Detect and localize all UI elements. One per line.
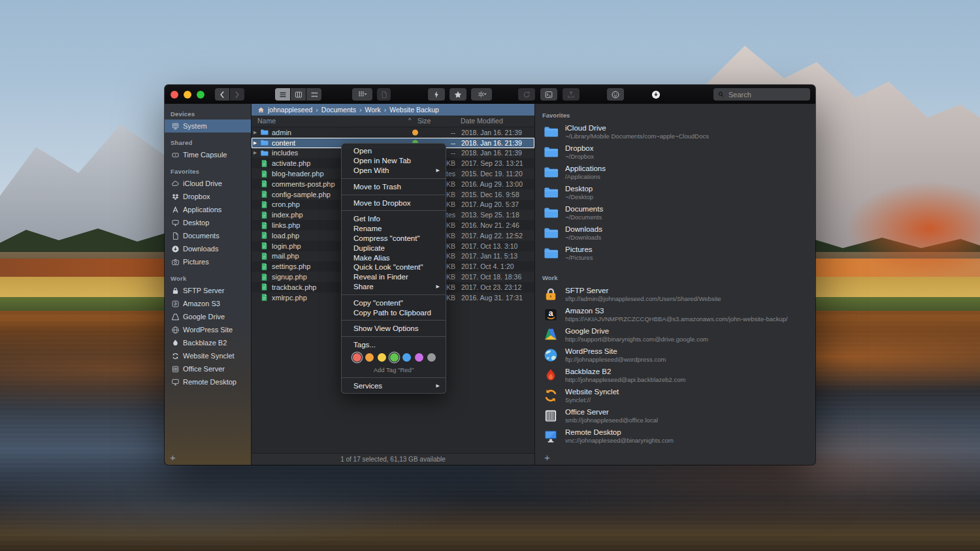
menu-item[interactable]: Reveal in Finder [342,272,446,282]
place-item[interactable]: Dropbox ~/Dropbox [535,142,815,162]
menu-item[interactable]: Get Info [342,214,446,224]
view-list[interactable] [275,88,290,101]
menu-item[interactable]: Show View Options [342,324,446,334]
place-item[interactable]: Documents ~/Documents [535,202,815,223]
menu-item[interactable]: Rename [342,224,446,234]
column-name[interactable]: Name [257,117,276,125]
orange[interactable] [365,353,374,362]
gray[interactable] [427,353,436,362]
menu-item[interactable] [342,294,446,295]
favorites[interactable] [449,88,466,101]
terminal[interactable] [540,88,557,101]
sidebar-item[interactable]: Website Synclet [165,349,251,362]
menu-item[interactable]: Duplicate [342,243,446,253]
place-item[interactable]: Remote Desktop vnc://johnappleseed@binar… [535,426,815,446]
sidebar-item[interactable]: WordPress Site [165,323,251,336]
menu-item[interactable]: Copy Path to Clipboard [342,307,446,317]
view-columns[interactable] [291,88,306,101]
sidebar-item[interactable]: Desktop [165,216,251,229]
upload[interactable] [563,88,580,101]
sidebar-item[interactable]: Pictures [165,255,251,268]
sidebar-item[interactable]: Applications [165,203,251,216]
file-name: login.php [272,242,301,250]
menu-item[interactable] [342,178,446,179]
menu-item[interactable]: Share [342,282,446,292]
file-row[interactable]: admin -- 2018. Jan 16. 21:39 [252,127,534,138]
menu-item[interactable]: Move to Trash [342,181,446,191]
menu-item[interactable]: Open With [342,166,446,176]
sidebar-item[interactable]: System [165,119,251,133]
place-item[interactable]: SFTP Server sftp://admin@johnappleseed.c… [535,284,815,304]
blue[interactable] [402,353,411,362]
sidebar-add-button[interactable]: + [170,452,176,462]
sidebar-item[interactable]: Documents [165,229,251,242]
breadcrumb-part[interactable]: Documents [321,106,365,114]
quick-actions[interactable] [428,88,445,101]
place-item[interactable]: Downloads ~/Downloads [535,223,815,243]
place-item[interactable]: Applications /Applications [535,162,815,182]
minimize[interactable] [184,91,191,99]
menu-item[interactable]: Move to Dropbox [342,198,446,208]
sidebar-item[interactable]: Office Server [165,362,251,375]
place-item[interactable]: Office Server smb://johnappleseed@office… [535,405,815,426]
breadcrumb-part[interactable]: johnappleseed [268,106,321,114]
purple[interactable] [415,353,423,362]
thumbnail-options[interactable] [352,88,372,101]
place-url: smb://johnappleseed@office.local [565,417,658,424]
place-item[interactable]: Desktop ~/Desktop [535,182,815,202]
place-item[interactable]: Pictures ~/Pictures [535,243,815,263]
menu-item[interactable]: Compress "content" [342,234,446,244]
sidebar-item[interactable]: Dropbox [165,190,251,203]
disclosure-triangle-icon[interactable] [253,140,259,146]
forward[interactable] [230,88,244,101]
menu-item[interactable]: Copy "content" [342,298,446,307]
menu-item[interactable] [342,320,446,321]
view-icons[interactable] [306,88,321,101]
place-item[interactable]: a Amazon S3 https://AKIAJVNMPRZCZCCQHBBA… [535,304,815,324]
search-input[interactable] [727,90,806,99]
column-date-modified[interactable]: Date Modified [461,117,503,125]
menu-item[interactable] [342,336,446,337]
zoom[interactable] [197,91,204,99]
sidebar-item[interactable]: Amazon S3 [165,297,251,310]
search-field[interactable] [713,88,810,101]
sidebar-item[interactable]: Time Capsule [165,148,251,161]
disclosure-triangle-icon[interactable] [253,150,259,155]
disclosure-triangle-icon[interactable] [253,130,259,135]
sidebar-item[interactable]: Backblaze B2 [165,336,251,349]
place-item[interactable]: Google Drive http://support@binarynights… [535,324,815,345]
place-item[interactable]: WordPress Site ftp://johnappleseed@wordp… [535,345,815,365]
menu-item[interactable]: Open [342,146,446,156]
green[interactable] [390,353,399,362]
preview[interactable] [377,88,391,101]
tag-caption: Add Tag "Red" [342,363,446,375]
menu-item[interactable]: Quick Look "content" [342,262,446,272]
places-add-button[interactable]: + [544,452,550,462]
menu-item[interactable]: Open in New Tab [342,156,446,166]
menu-item[interactable] [342,195,446,195]
menu-item-services[interactable]: Services [342,381,446,391]
menu-item[interactable]: Make Alias [342,253,446,262]
file-date: 2017. Oct 13. 3:10 [461,242,517,250]
breadcrumb-part[interactable]: Website Backup [389,106,439,114]
sidebar-item[interactable]: Google Drive [165,310,251,323]
column-size[interactable]: Size [417,117,431,125]
menu-item[interactable]: Tags... [342,340,446,350]
back[interactable] [215,88,229,101]
settings[interactable] [471,88,492,101]
feedback[interactable] [607,88,624,101]
sidebar-item[interactable]: Downloads [165,242,251,255]
transfers[interactable] [647,88,664,101]
red[interactable] [353,353,361,362]
sidebar-item[interactable]: SFTP Server [165,284,251,297]
place-item[interactable]: iCloud Drive ~/Library/Mobile Documents/… [535,121,815,142]
place-item[interactable]: Website Synclet Synclet:// [535,385,815,405]
place-item[interactable]: Backblaze B2 http://johnappleseed@api.ba… [535,365,815,385]
breadcrumb-part[interactable]: Work [365,106,389,114]
sync[interactable] [518,88,535,101]
sidebar-item[interactable]: Remote Desktop [165,375,251,388]
menu-item[interactable] [342,210,446,211]
close[interactable] [171,91,178,99]
yellow[interactable] [378,353,386,362]
sidebar-item[interactable]: iCloud Drive [165,177,251,190]
